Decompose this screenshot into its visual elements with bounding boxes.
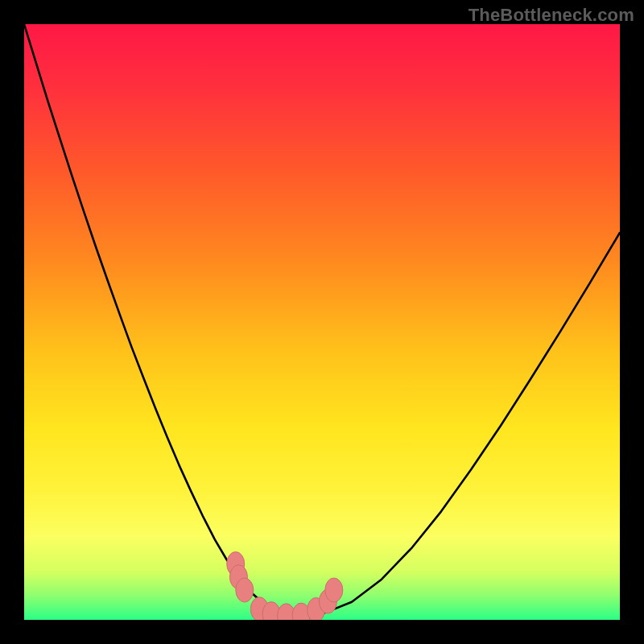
curve-layer	[24, 24, 620, 620]
marker-point	[325, 578, 343, 602]
plot-area	[24, 24, 620, 620]
chart-frame: TheBottleneck.com	[0, 0, 644, 644]
bottleneck-curve	[24, 24, 620, 616]
marker-point	[236, 578, 254, 602]
watermark-text: TheBottleneck.com	[469, 5, 634, 26]
curve-markers	[227, 551, 343, 620]
